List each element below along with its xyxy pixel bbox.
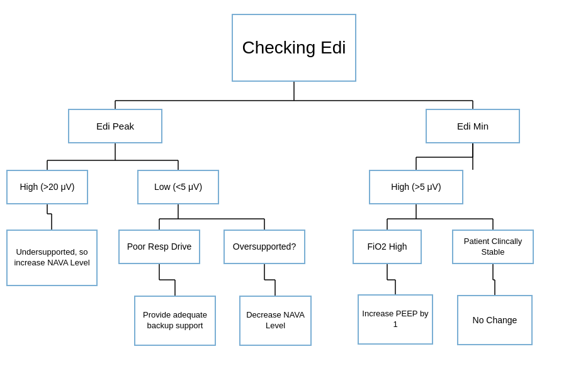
high-5-box: High (>5 μV) — [369, 170, 463, 204]
provide-backup-box: Provide adequate backup support — [134, 296, 216, 346]
patient-stable-box: Patient Clincally Stable — [452, 230, 534, 264]
high-20-label: High (>20 μV) — [20, 181, 74, 192]
edi-min-box: Edi Min — [426, 109, 520, 143]
fio2-high-label: FiO2 High — [367, 241, 407, 252]
edi-peak-label: Edi Peak — [96, 120, 134, 133]
fio2-high-box: FiO2 High — [353, 230, 422, 264]
high-5-label: High (>5 μV) — [391, 181, 441, 192]
poor-resp-label: Poor Resp Drive — [127, 241, 192, 252]
oversupported-box: Oversupported? — [223, 230, 305, 264]
root-label: Checking Edi — [242, 36, 346, 59]
provide-backup-label: Provide adequate backup support — [135, 310, 215, 331]
diagram: Checking Edi Edi Peak Edi Min High (>20 … — [0, 0, 588, 366]
increase-peep-label: Increase PEEP by 1 — [359, 309, 432, 330]
patient-stable-label: Patient Clincally Stable — [453, 236, 533, 258]
oversupported-label: Oversupported? — [233, 241, 296, 252]
no-change-label: No Change — [473, 314, 517, 326]
edi-min-label: Edi Min — [457, 120, 489, 133]
decrease-nava-box: Decrease NAVA Level — [239, 296, 312, 346]
undersupported-box: Undersupported, so increase NAVA Level — [6, 230, 98, 286]
low-5-box: Low (<5 μV) — [137, 170, 219, 204]
increase-peep-box: Increase PEEP by 1 — [358, 294, 433, 345]
high-20-box: High (>20 μV) — [6, 170, 88, 204]
root-box: Checking Edi — [232, 14, 356, 82]
low-5-label: Low (<5 μV) — [154, 181, 202, 192]
undersupported-label: Undersupported, so increase NAVA Level — [8, 247, 96, 269]
edi-peak-box: Edi Peak — [68, 109, 162, 143]
no-change-box: No Change — [457, 295, 533, 345]
decrease-nava-label: Decrease NAVA Level — [240, 310, 310, 331]
poor-resp-box: Poor Resp Drive — [118, 230, 200, 264]
